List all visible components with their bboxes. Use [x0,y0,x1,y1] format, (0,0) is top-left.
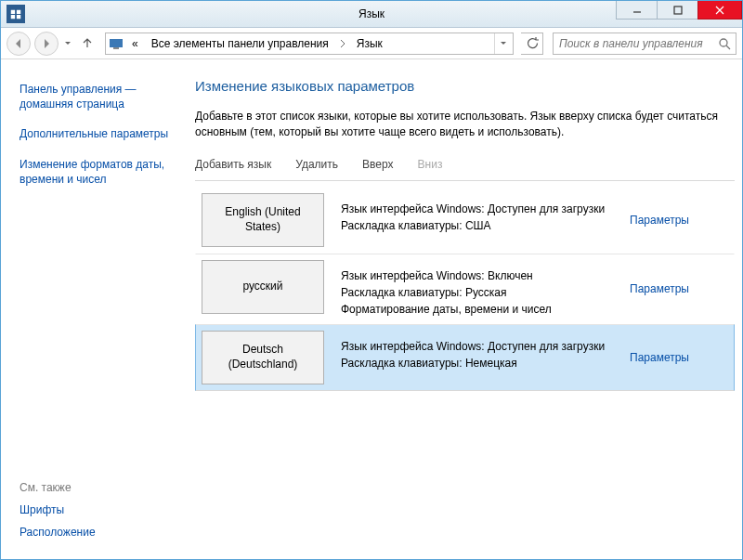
address-dropdown[interactable] [494,33,511,54]
control-panel-icon [108,35,124,52]
window-controls [617,1,742,27]
see-also-fonts[interactable]: Шрифты [20,503,180,516]
language-info: Язык интерфейса Windows: ВключенРаскладк… [328,256,630,321]
language-name-cell: Deutsch (Deutschland) [198,327,328,388]
toolbar: Добавить язык Удалить Вверх Вниз [195,154,735,181]
language-name-cell: English (United States) [198,189,328,251]
language-list: English (United States)Язык интерфейса W… [195,187,735,391]
breadcrumb-prefix[interactable]: « [126,33,144,54]
recent-dropdown[interactable] [62,33,73,55]
sidebar-link-formats[interactable]: Изменение форматов даты, времени и чисел [20,157,180,187]
page-heading: Изменение языковых параметров [195,78,735,94]
language-info: Язык интерфейса Windows: Доступен для за… [328,327,630,388]
breadcrumb-segment-2[interactable]: Язык [351,33,388,54]
sidebar-link-advanced[interactable]: Дополнительные параметры [20,126,180,141]
language-info: Язык интерфейса Windows: Доступен для за… [328,189,630,251]
toolbar-remove[interactable]: Удалить [295,154,349,175]
svg-point-3 [720,39,727,46]
language-info-line: Раскладка клавиатуры: Русская [341,284,622,301]
forward-button[interactable] [34,32,59,56]
toolbar-up[interactable]: Вверх [362,154,404,175]
language-info-line: Раскладка клавиатуры: Немецкая [341,355,622,371]
navbar: « Все элементы панели управления Язык [1,28,742,59]
minimize-button[interactable] [616,1,658,20]
titlebar: Язык [1,1,742,28]
language-info-line: Язык интерфейса Windows: Включен [341,267,622,284]
language-info-line: Язык интерфейса Windows: Доступен для за… [341,338,622,355]
app-icon [7,5,25,23]
search-icon [717,36,732,51]
chevron-right-icon[interactable] [336,33,349,54]
language-options-link[interactable]: Параметры [630,256,732,321]
page-description: Добавьте в этот список языки, которые вы… [195,109,735,141]
language-box[interactable]: English (United States) [202,193,324,247]
language-info-line: Форматирование даты, времени и чисел [341,301,622,318]
breadcrumb-segment-1[interactable]: Все элементы панели управления [146,33,334,54]
sidebar-link-home[interactable]: Панель управления — домашняя страница [20,82,180,111]
maximize-button[interactable] [657,1,698,20]
close-button[interactable] [697,1,742,20]
content: Изменение языковых параметров Добавьте в… [191,59,742,559]
language-name-cell: русский [198,256,328,321]
addressbar[interactable]: « Все элементы панели управления Язык [105,33,514,55]
search-input[interactable] [557,36,717,51]
see-also-location[interactable]: Расположение [20,526,180,539]
language-row[interactable]: русскийЯзык интерфейса Windows: ВключенР… [195,254,735,324]
back-button[interactable] [7,32,31,56]
svg-rect-1 [110,39,123,47]
see-also-header: См. также [20,481,180,494]
language-info-line: Язык интерфейса Windows: Доступен для за… [341,201,622,217]
language-box[interactable]: Deutsch (Deutschland) [202,331,324,384]
searchbox[interactable] [553,33,736,55]
language-options-link[interactable]: Параметры [630,189,732,251]
svg-rect-0 [674,7,682,14]
up-button[interactable] [77,33,98,54]
toolbar-down: Вниз [418,154,454,175]
language-box[interactable]: русский [202,260,324,314]
language-options-link[interactable]: Параметры [630,327,732,388]
language-row[interactable]: Deutsch (Deutschland)Язык интерфейса Win… [195,324,735,391]
language-info-line: Раскладка клавиатуры: США [341,217,622,234]
language-row[interactable]: English (United States)Язык интерфейса W… [195,187,735,254]
svg-rect-2 [113,47,119,49]
refresh-button[interactable] [521,33,543,55]
sidebar: Панель управления — домашняя страница До… [1,59,191,559]
toolbar-add[interactable]: Добавить язык [195,154,282,175]
